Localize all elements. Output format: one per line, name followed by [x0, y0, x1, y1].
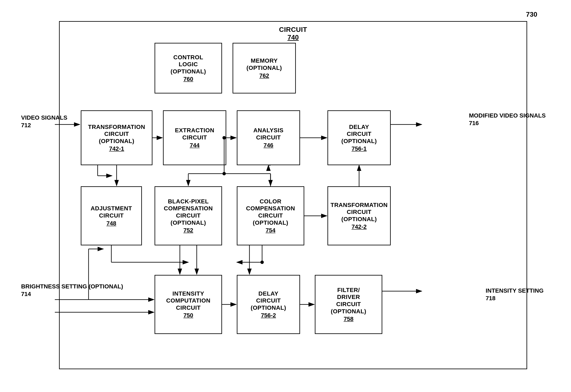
delay-2-block: DELAYCIRCUIT(OPTIONAL) 756-2: [237, 275, 300, 334]
transformation-2-block: TRANSFORMATIONCIRCUIT(OPTIONAL) 742-2: [328, 186, 391, 245]
intensity-setting-label: INTENSITY SETTING 718: [485, 287, 543, 302]
brightness-label: BRIGHTNESS SETTING (OPTIONAL) 714: [21, 283, 123, 298]
main-circuit-label: CIRCUIT 740: [60, 26, 527, 41]
main-box: CIRCUIT 740 CONTROLLOGIC(OPTIONAL) 760 M…: [59, 21, 527, 369]
diagram-container: 730 CIRCUIT 740 CONTROLLOGIC(OPTIONAL) 7…: [21, 8, 550, 384]
extraction-block: EXTRACTIONCIRCUIT 744: [163, 110, 226, 165]
memory-block: MEMORY(OPTIONAL) 762: [233, 43, 296, 93]
svg-point-24: [260, 261, 264, 264]
black-pixel-block: BLACK-PIXELCOMPENSATIONCIRCUIT(OPTIONAL)…: [155, 186, 222, 245]
analysis-block: ANALYSISCIRCUIT 746: [237, 110, 300, 165]
ref-label: 730: [526, 11, 537, 18]
color-comp-block: COLORCOMPENSATIONCIRCUIT(OPTIONAL) 754: [237, 186, 304, 245]
transformation-1-block: TRANSFORMATIONCIRCUIT(OPTIONAL) 742-1: [81, 110, 152, 165]
modified-video-label: MODIFIED VIDEO SIGNALS 716: [469, 112, 546, 127]
intensity-block: INTENSITYCOMPUTATIONCIRCUIT 750: [155, 275, 222, 334]
video-signals-label: VIDEO SIGNALS 712: [21, 114, 67, 129]
delay-1-block: DELAYCIRCUIT(OPTIONAL) 756-1: [328, 110, 391, 165]
svg-point-11: [222, 172, 226, 175]
filter-driver-block: FILTER/DRIVERCIRCUIT(OPTIONAL) 758: [315, 275, 382, 334]
adjustment-block: ADJUSTMENTCIRCUIT 748: [81, 186, 142, 245]
control-logic-block: CONTROLLOGIC(OPTIONAL) 760: [155, 43, 222, 93]
